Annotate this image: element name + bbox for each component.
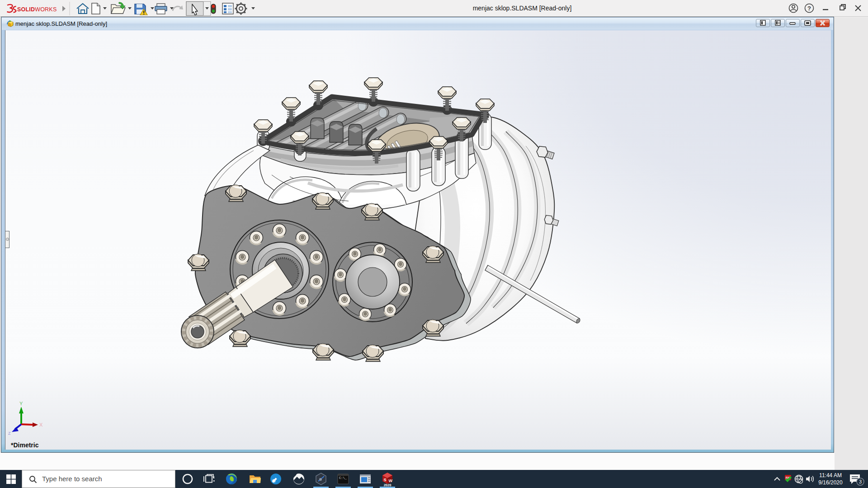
- svg-text:W: W: [389, 479, 393, 483]
- svg-text:X: X: [39, 422, 43, 427]
- svg-text:?: ?: [807, 5, 811, 12]
- svg-text:Y: Y: [19, 401, 23, 406]
- svg-text:2020: 2020: [384, 483, 392, 487]
- svg-text:SOLIDWORKS: SOLIDWORKS: [17, 6, 57, 13]
- svg-text:3: 3: [859, 479, 862, 484]
- svg-text:S: S: [384, 478, 387, 482]
- svg-text:C:\_: C:\_: [339, 476, 347, 480]
- svg-text:Z: Z: [8, 431, 11, 436]
